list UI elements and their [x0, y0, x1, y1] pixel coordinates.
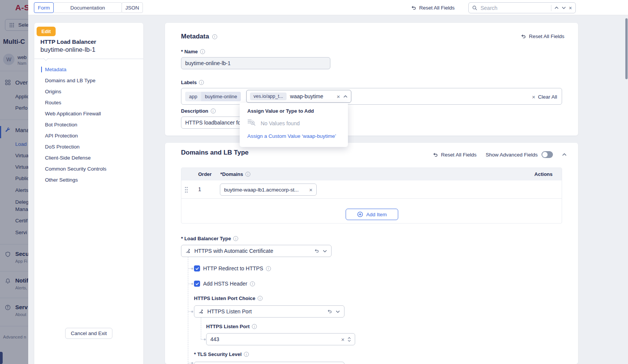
info-icon[interactable] [211, 109, 216, 113]
number-stepper[interactable] [348, 337, 351, 342]
domains-column-header: *Domains [220, 171, 250, 177]
chevron-down-icon[interactable] [323, 249, 327, 253]
search-close-icon[interactable]: × [569, 5, 572, 11]
info-icon[interactable] [199, 80, 204, 85]
nav-origins[interactable]: Origins [45, 86, 139, 97]
nav-dos-protection[interactable]: DoS Protection [45, 141, 139, 152]
reset-field-icon[interactable] [314, 248, 319, 254]
http-redirect-label: HTTP Redirect to HTTPS [203, 265, 271, 271]
labels-input-area[interactable]: app buytime-online ves.io/app_t... waap-… [181, 88, 562, 105]
search-next-icon[interactable] [562, 6, 566, 10]
order-column-header: Order [198, 171, 211, 177]
domains-reset-all-button[interactable]: Reset All Fields [433, 152, 476, 158]
info-icon[interactable] [252, 324, 257, 329]
undo-icon [433, 152, 438, 158]
assign-custom-value-link[interactable]: Assign a Custom Value ‘waap-buytime’ [247, 133, 336, 139]
info-icon[interactable] [233, 236, 238, 241]
editing-tag-key: ves.io/app_t... [250, 93, 287, 100]
advanced-fields-label: Show Advanced Fields [485, 152, 538, 158]
label-value-dropdown: Assign Value or Type to Add No Values fo… [240, 103, 348, 147]
plus-circle-icon [357, 211, 363, 217]
chevron-up-icon[interactable] [343, 94, 348, 99]
nav-metadata[interactable]: Metadata [45, 64, 139, 75]
tab-json[interactable]: JSON [122, 2, 143, 13]
page-scrollbar[interactable] [625, 18, 628, 79]
lb-type-label: * Load Balancer Type [181, 236, 238, 241]
add-item-button[interactable]: Add Item [346, 209, 398, 220]
form-topbar: Form Documentation JSON Reset All Fields… [28, 0, 628, 15]
info-icon[interactable] [200, 49, 205, 54]
nav-api-protection[interactable]: API Protection [45, 130, 139, 141]
domain-field-wrap: × [220, 184, 317, 196]
label-tag[interactable]: app buytime-online [185, 92, 241, 101]
nav-waf[interactable]: Web Application Firewall [45, 108, 139, 119]
object-name: buytime-online-lb-1 [40, 46, 96, 54]
object-type-label: HTTP Load Balancer [40, 38, 96, 45]
nav-bot-protection[interactable]: Bot Protection [45, 119, 139, 130]
domain-input[interactable] [224, 187, 309, 193]
advanced-fields-toggle[interactable] [541, 151, 553, 158]
domains-table: Order *Domains Actions 1 × Add Item [181, 168, 562, 224]
cancel-and-exit-button[interactable]: Cancel and Exit [65, 328, 112, 339]
tree-connector [188, 257, 188, 364]
undo-icon [411, 5, 417, 11]
description-label: Description [181, 108, 216, 114]
info-icon[interactable] [258, 296, 263, 301]
chevron-down-icon[interactable] [336, 310, 340, 314]
nav-routes[interactable]: Routes [45, 97, 139, 108]
info-icon[interactable] [245, 172, 250, 177]
domains-table-header: Order *Domains Actions [181, 168, 562, 180]
search-input[interactable] [481, 5, 548, 11]
port-choice-select[interactable]: HTTPS Listen Port [194, 305, 344, 318]
form-nav-panel: Edit HTTP Load Balancer buytime-online-l… [34, 23, 143, 364]
collapse-section-icon[interactable] [562, 152, 567, 157]
reset-all-fields-button[interactable]: Reset All Fields [411, 0, 455, 15]
port-choice-label: HTTPS Listen Port Choice [194, 295, 263, 301]
metadata-reset-all-button[interactable]: Reset All Fields [521, 34, 564, 39]
tree-connector [201, 318, 201, 339]
dropdown-empty-state: No Values found [247, 119, 300, 128]
panel-divider [34, 59, 143, 59]
drag-handle-icon[interactable] [184, 187, 188, 195]
undo-icon [521, 34, 526, 39]
lb-type-value: HTTPS with Automatic Certificate [194, 248, 311, 254]
http-redirect-checkbox[interactable] [194, 265, 200, 271]
info-icon[interactable] [244, 352, 249, 357]
modal-scrim [0, 0, 28, 364]
domains-title: Domains and LB Type [181, 149, 248, 156]
nav-common-security-controls[interactable]: Common Security Controls [45, 163, 139, 174]
metadata-section-card: Metadata Reset All Fields * Name Labels … [165, 23, 578, 136]
clear-all-labels-button[interactable]: × Clear All [532, 88, 557, 105]
name-field-wrap [181, 57, 330, 69]
search-box[interactable]: × [468, 2, 576, 13]
clear-port-icon[interactable]: × [341, 337, 344, 342]
label-tag-editing[interactable]: ves.io/app_t... waap-buytime × [246, 90, 351, 103]
name-label: * Name [181, 49, 205, 54]
no-results-icon [247, 119, 256, 128]
listen-port-input[interactable] [210, 336, 341, 342]
nav-client-side-defense[interactable]: Client-Side Defense [45, 152, 139, 163]
view-tabs: Form Documentation JSON [34, 2, 143, 13]
lb-type-select[interactable]: HTTPS with Automatic Certificate [181, 245, 332, 257]
hsts-checkbox[interactable] [194, 281, 200, 287]
tab-form[interactable]: Form [34, 2, 54, 13]
info-icon[interactable] [266, 266, 271, 271]
tls-level-label: * TLS Security Level [194, 351, 249, 357]
form-workspace: Form Documentation JSON Reset All Fields… [28, 0, 628, 364]
hsts-label: Add HSTS Header [203, 281, 255, 287]
clear-domain-icon[interactable]: × [309, 187, 312, 193]
search-prev-icon[interactable] [554, 6, 559, 10]
name-input[interactable] [185, 60, 326, 66]
info-icon[interactable] [212, 34, 217, 39]
editing-tag-value[interactable]: waap-buytime [290, 93, 333, 99]
tls-level-select[interactable] [194, 362, 344, 364]
nav-other-settings[interactable]: Other Settings [45, 174, 139, 185]
tab-documentation[interactable]: Documentation [53, 2, 122, 13]
remove-tag-icon[interactable]: × [336, 94, 340, 99]
nav-domains-lb-type[interactable]: Domains and LB Type [45, 75, 139, 86]
domain-table-row: 1 × [181, 180, 562, 199]
reset-field-icon[interactable] [327, 309, 332, 314]
row-order-number: 1 [198, 186, 201, 192]
form-section-nav: Metadata Domains and LB Type Origins Rou… [45, 64, 139, 185]
info-icon[interactable] [250, 281, 255, 286]
